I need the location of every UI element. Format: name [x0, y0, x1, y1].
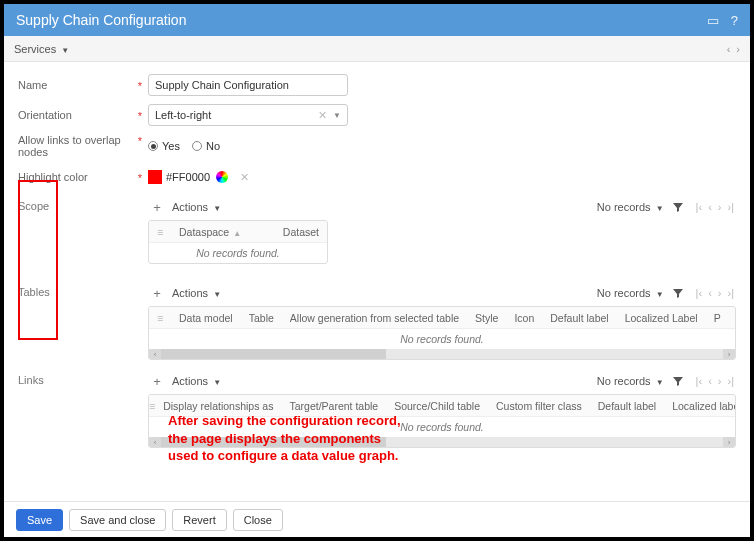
save-close-button[interactable]: Save and close — [69, 509, 166, 531]
col-defaultlabel[interactable]: Default label — [590, 400, 664, 412]
save-button[interactable]: Save — [16, 509, 63, 531]
col-dataset[interactable]: Dataset — [275, 226, 327, 238]
radio-dot-icon — [148, 141, 158, 151]
services-menu[interactable]: Services ▼ — [14, 43, 69, 55]
nav-next-icon[interactable]: › — [736, 43, 740, 55]
clear-color-icon[interactable]: ✕ — [240, 171, 249, 184]
clear-icon[interactable]: ✕ — [318, 109, 327, 122]
col-filter[interactable]: Custom filter class — [488, 400, 590, 412]
page-next-icon[interactable]: › — [718, 201, 722, 213]
page-prev-icon[interactable]: ‹ — [708, 375, 712, 387]
col-defaultlabel[interactable]: Default label — [542, 312, 616, 324]
tables-actions-menu[interactable]: Actions ▼ — [172, 287, 221, 299]
drag-handle-icon: ≡ — [149, 226, 171, 238]
tables-empty-message: No records found. — [149, 329, 735, 349]
scope-section-label: Scope — [18, 196, 148, 264]
scroll-right-icon[interactable]: › — [723, 437, 735, 447]
name-label: Name — [18, 79, 47, 91]
caret-down-icon: ▼ — [213, 378, 221, 387]
required-marker: * — [138, 172, 142, 184]
footer: Save Save and close Revert Close — [4, 501, 750, 537]
overlap-yes-radio[interactable]: Yes — [148, 140, 180, 152]
page-prev-icon[interactable]: ‹ — [708, 287, 712, 299]
caret-down-icon: ▼ — [656, 378, 664, 387]
tables-grid: ≡ Data model Table Allow generation from… — [148, 306, 736, 360]
color-swatch — [148, 170, 162, 184]
toolbar: Services ▼ ‹ › — [4, 36, 750, 62]
scroll-left-icon[interactable]: ‹ — [149, 349, 161, 359]
orientation-value: Left-to-right — [155, 109, 318, 121]
page-last-icon[interactable]: ›| — [727, 201, 734, 213]
annotation-text: After saving the configuration record, t… — [168, 412, 401, 465]
scope-records-dropdown[interactable]: No records ▼ — [597, 201, 664, 213]
required-marker: * — [138, 135, 142, 147]
links-pagination: |‹‹››| — [690, 375, 734, 387]
links-records-dropdown[interactable]: No records ▼ — [597, 375, 664, 387]
scroll-left-icon[interactable]: ‹ — [149, 437, 161, 447]
page-first-icon[interactable]: |‹ — [696, 201, 703, 213]
col-p[interactable]: P — [706, 312, 729, 324]
col-icon[interactable]: Icon — [506, 312, 542, 324]
page-last-icon[interactable]: ›| — [727, 375, 734, 387]
overlap-label: Allow links to overlap nodes — [18, 134, 121, 158]
scope-pagination: |‹‹››| — [690, 201, 734, 213]
col-datamodel[interactable]: Data model — [171, 312, 241, 324]
close-button[interactable]: Close — [233, 509, 283, 531]
orientation-label: Orientation — [18, 109, 72, 121]
scope-empty-message: No records found. — [149, 243, 327, 263]
page-next-icon[interactable]: › — [718, 287, 722, 299]
tables-hscroll[interactable]: ‹› — [149, 349, 735, 359]
caret-down-icon: ▼ — [213, 290, 221, 299]
sort-asc-icon[interactable]: ▲ — [233, 229, 241, 238]
col-source[interactable]: Source/Child table — [386, 400, 488, 412]
tables-add-button[interactable]: + — [150, 286, 164, 301]
radio-dot-icon — [192, 141, 202, 151]
caret-down-icon: ▼ — [656, 204, 664, 213]
tables-records-dropdown[interactable]: No records ▼ — [597, 287, 664, 299]
scope-add-button[interactable]: + — [150, 200, 164, 215]
page-first-icon[interactable]: |‹ — [696, 287, 703, 299]
title-bar: Supply Chain Configuration ▭ ? — [4, 4, 750, 36]
filter-icon[interactable] — [672, 375, 684, 387]
highlight-value: #FF0000 — [166, 171, 210, 183]
col-localizedlabel[interactable]: Localized Label — [617, 312, 706, 324]
scope-grid: ≡ Dataspace▲ Dataset No records found. — [148, 220, 328, 264]
color-picker-icon[interactable] — [216, 171, 228, 183]
scope-actions-menu[interactable]: Actions ▼ — [172, 201, 221, 213]
col-table[interactable]: Table — [241, 312, 282, 324]
links-section-label: Links — [18, 370, 148, 448]
links-actions-menu[interactable]: Actions ▼ — [172, 375, 221, 387]
links-add-button[interactable]: + — [150, 374, 164, 389]
help-icon[interactable]: ? — [731, 13, 738, 28]
col-display[interactable]: Display relationships as — [155, 400, 281, 412]
col-allowgen[interactable]: Allow generation from selected table — [282, 312, 467, 324]
col-style[interactable]: Style — [467, 312, 506, 324]
drag-handle-icon: ≡ — [149, 312, 171, 324]
page-prev-icon[interactable]: ‹ — [708, 201, 712, 213]
services-label: Services — [14, 43, 56, 55]
page-next-icon[interactable]: › — [718, 375, 722, 387]
caret-down-icon: ▼ — [213, 204, 221, 213]
highlight-label: Highlight color — [18, 171, 88, 183]
required-marker: * — [138, 80, 142, 92]
scroll-right-icon[interactable]: › — [723, 349, 735, 359]
col-target[interactable]: Target/Parent table — [281, 400, 386, 412]
col-dataspace[interactable]: Dataspace — [179, 226, 229, 238]
caret-down-icon: ▼ — [61, 46, 69, 55]
revert-button[interactable]: Revert — [172, 509, 226, 531]
filter-icon[interactable] — [672, 287, 684, 299]
tables-section-label: Tables — [18, 282, 148, 360]
chevron-down-icon[interactable]: ▼ — [333, 111, 341, 120]
orientation-select[interactable]: Left-to-right ✕ ▼ — [148, 104, 348, 126]
col-localizedlabel[interactable]: Localized label — [664, 400, 736, 412]
page-first-icon[interactable]: |‹ — [696, 375, 703, 387]
overlap-no-radio[interactable]: No — [192, 140, 220, 152]
page-title: Supply Chain Configuration — [16, 12, 186, 28]
filter-icon[interactable] — [672, 201, 684, 213]
name-input[interactable] — [148, 74, 348, 96]
comment-icon[interactable]: ▭ — [707, 13, 719, 28]
page-last-icon[interactable]: ›| — [727, 287, 734, 299]
caret-down-icon: ▼ — [656, 290, 664, 299]
tables-pagination: |‹‹››| — [690, 287, 734, 299]
nav-prev-icon[interactable]: ‹ — [727, 43, 731, 55]
